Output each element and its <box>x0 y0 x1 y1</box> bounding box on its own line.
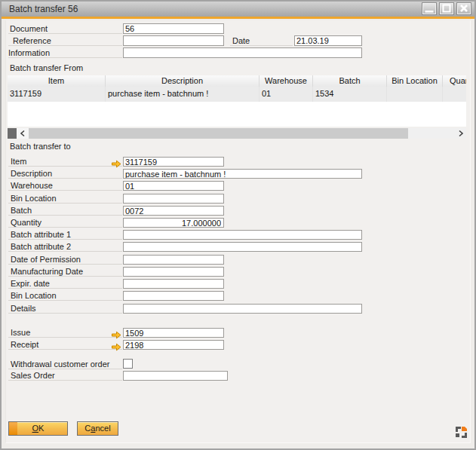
item-input[interactable] <box>123 157 224 167</box>
cell-quantity[interactable] <box>443 87 466 102</box>
withdrawal-customer-order-checkbox[interactable] <box>123 359 133 369</box>
date-label: Date <box>230 35 293 46</box>
details-label: Details <box>8 304 122 314</box>
information-label: Information <box>8 47 122 58</box>
maximize-button[interactable] <box>439 2 454 15</box>
from-table-header: Item Description Warehouse Batch Bin Loc… <box>8 75 466 87</box>
link-arrow-icon[interactable] <box>111 158 121 166</box>
to-section-title: Batch transfer to <box>10 142 71 151</box>
sales-order-label: Sales Order <box>8 371 122 381</box>
column-header-description[interactable]: Description <box>106 75 259 87</box>
bin-location-2-label: Bin Location <box>8 291 122 301</box>
expir-date-label: Expir. date <box>8 279 122 289</box>
cell-description[interactable]: purchase item - batchnum ! <box>106 87 259 102</box>
reference-label: Reference <box>8 35 122 46</box>
cell-item[interactable]: 3117159 <box>8 87 106 102</box>
accent-bar <box>2 17 474 19</box>
bin-location-label: Bin Location <box>8 194 122 204</box>
link-arrow-icon[interactable] <box>111 341 121 349</box>
bin-location-2-input[interactable] <box>123 291 224 301</box>
batch-label: Batch <box>8 206 122 216</box>
bin-location-input[interactable] <box>123 194 224 204</box>
details-input[interactable] <box>123 304 362 314</box>
batch-transfer-window: Batch transfer 56 Document Reference Dat… <box>0 0 476 450</box>
batch-input[interactable] <box>123 206 224 216</box>
cancel-button[interactable]: Cancel <box>77 421 118 436</box>
cell-bin-location[interactable] <box>387 87 443 102</box>
quantity-input[interactable] <box>123 218 224 228</box>
date-of-permission-input[interactable] <box>123 255 224 265</box>
batch-attribute-1-label: Batch attribute 1 <box>8 230 122 240</box>
document-input[interactable] <box>123 23 224 34</box>
description-label: Description <box>8 169 122 179</box>
cell-batch[interactable]: 1534 <box>313 87 387 102</box>
issue-label: Issue <box>8 328 122 338</box>
column-header-warehouse[interactable]: Warehouse <box>259 75 313 87</box>
ok-button[interactable]: OK <box>8 421 68 436</box>
from-table: Item Description Warehouse Batch Bin Loc… <box>8 75 466 127</box>
manufacturing-date-input[interactable] <box>123 267 224 277</box>
column-header-quantity[interactable]: Quantity <box>443 75 466 87</box>
column-header-batch[interactable]: Batch <box>313 75 387 87</box>
scroll-right-button[interactable] <box>456 128 466 139</box>
title-bar: Batch transfer 56 <box>2 2 474 17</box>
resize-grip-icon[interactable] <box>455 426 468 439</box>
scrollbar-corner-block <box>8 128 17 139</box>
column-header-bin-location[interactable]: Bin Location <box>387 75 443 87</box>
close-button[interactable] <box>456 2 471 15</box>
cell-warehouse[interactable]: 01 <box>259 87 313 102</box>
column-header-item[interactable]: Item <box>8 75 106 87</box>
reference-input[interactable] <box>123 35 224 46</box>
batch-attribute-1-input[interactable] <box>123 230 362 240</box>
warehouse-input[interactable] <box>123 181 224 191</box>
from-section-title: Batch transfer From <box>10 63 83 72</box>
document-label: Document <box>8 23 122 34</box>
sales-order-input[interactable] <box>123 371 228 381</box>
expir-date-input[interactable] <box>123 279 224 289</box>
scroll-left-button[interactable] <box>17 128 29 139</box>
batch-attribute-2-label: Batch attribute 2 <box>8 242 122 252</box>
default-button-stripe <box>9 422 17 435</box>
issue-input[interactable] <box>123 328 224 338</box>
item-label: Item <box>8 157 122 167</box>
warehouse-label: Warehouse <box>8 181 122 191</box>
date-input[interactable] <box>294 35 362 46</box>
quantity-label: Quantity <box>8 218 122 228</box>
minimize-button[interactable] <box>422 2 437 15</box>
description-input[interactable] <box>123 169 362 179</box>
withdrawal-customer-order-label: Withdrawal customer order <box>8 360 122 369</box>
scrollbar-thumb[interactable] <box>29 128 408 139</box>
table-row[interactable]: 3117159 purchase item - batchnum ! 01 15… <box>8 87 466 102</box>
window-title: Batch transfer 56 <box>9 2 78 17</box>
receipt-input[interactable] <box>123 340 224 350</box>
batch-attribute-2-input[interactable] <box>123 242 362 252</box>
link-arrow-icon[interactable] <box>111 329 121 337</box>
horizontal-scrollbar[interactable] <box>8 128 466 139</box>
receipt-label: Receipt <box>8 340 122 350</box>
information-input[interactable] <box>123 47 362 58</box>
table-empty-area <box>8 102 466 127</box>
date-of-permission-label: Date of Permission <box>8 255 122 265</box>
manufacturing-date-label: Manufacturing Date <box>8 267 122 277</box>
